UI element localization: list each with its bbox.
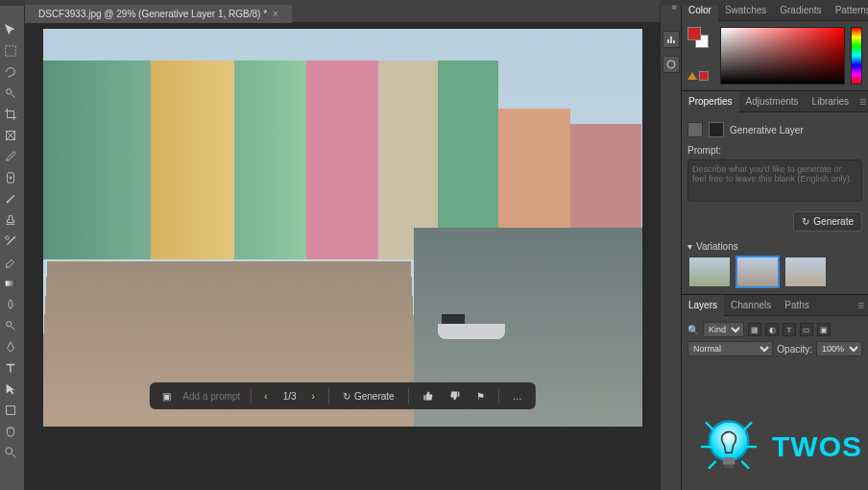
more-button[interactable]: … [509,389,526,404]
type-tool[interactable] [0,357,21,379]
layer-kind-icon [687,122,703,137]
tab-adjustments[interactable]: Adjustments [739,91,806,111]
canvas-image[interactable]: ▣ ‹ 1/3 › ↻ Generate ⚑ … [43,29,642,427]
separator [408,388,409,404]
gamut-warning[interactable] [687,71,714,81]
variation-thumb-1[interactable] [687,256,732,288]
foreground-swatch[interactable] [687,27,701,40]
opacity-label: Opacity: [777,344,812,355]
variation-counter: 1/3 [279,389,301,404]
zoom-tool[interactable] [0,442,21,463]
quick-select-tool[interactable] [0,83,21,104]
app-root: DSCF3933.jpg @ 29% (Generative Layer 1, … [0,0,868,490]
layers-panel-body: 🔍 Kind ▦ ◐ T ▭ ▣ Normal Opacity: 100% [682,316,868,362]
layer-type-label: Generative Layer [730,125,804,135]
scene-building [43,61,151,259]
properties-panel-body: Generative Layer Prompt: ↻ Generate ▾ Va… [682,112,868,294]
dodge-tool[interactable] [0,315,21,336]
prompt-input[interactable] [182,391,240,402]
chevron-down-icon: ▾ [687,241,692,252]
blend-mode-select[interactable]: Normal [687,341,773,356]
filter-type-icon[interactable]: T [783,323,796,336]
thumbs-down-button[interactable] [446,388,465,404]
lasso-tool[interactable] [0,61,21,83]
generative-context-bar: ▣ ‹ 1/3 › ↻ Generate ⚑ … [149,382,535,409]
color-swatch-column [687,27,714,81]
toolbar-left [0,0,25,490]
svg-point-1 [7,89,12,94]
document-tab-bar: DSCF3933.jpg @ 29% (Generative Layer 1, … [25,0,660,23]
generate-button-panel[interactable]: ↻ Generate [793,211,862,232]
stamp-tool[interactable] [0,209,21,231]
svg-point-6 [7,322,12,327]
variation-thumb-2[interactable] [735,256,780,288]
generate-label: Generate [813,216,854,227]
eyedropper-tool[interactable] [0,146,21,167]
history-brush-tool[interactable] [0,231,21,252]
prev-variation-button[interactable]: ‹ [260,389,271,404]
tab-libraries[interactable]: Libraries [806,91,856,111]
tab-paths[interactable]: Paths [778,295,816,315]
refresh-icon: ↻ [343,391,350,402]
move-tool[interactable] [0,19,21,40]
filter-shape-icon[interactable]: ▭ [800,323,813,336]
dock-icon-histogram[interactable] [663,31,680,48]
document-tab-close[interactable]: × [273,9,278,19]
panel-menu-button[interactable]: ≡ [854,299,868,312]
variations-header[interactable]: ▾ Variations [687,241,862,252]
opacity-select[interactable]: 100% [816,341,862,356]
svg-rect-5 [6,281,16,285]
filter-smart-icon[interactable]: ▣ [817,323,831,336]
generate-label: Generate [354,391,395,402]
foreground-background-swatch[interactable] [687,27,714,54]
watermark-text: TWOS [772,430,862,463]
color-panel-body [682,21,868,90]
scene-boat [438,324,505,339]
layer-filter-select[interactable]: Kind [703,322,744,337]
generate-button[interactable]: ↻ Generate [339,389,398,404]
next-variation-button[interactable]: › [308,389,319,404]
frame-tool[interactable] [0,125,21,146]
hand-tool[interactable] [0,421,21,442]
brush-tool[interactable] [0,188,21,209]
prompt-label-row: Prompt: [687,141,862,159]
tab-properties[interactable]: Properties [682,91,739,112]
variations-label: Variations [696,241,738,252]
watermark: TWOS [691,409,862,484]
thumbs-up-button[interactable] [419,388,438,404]
marquee-tool[interactable] [0,40,21,61]
color-field[interactable] [720,27,845,85]
canvas-area[interactable]: ▣ ‹ 1/3 › ↻ Generate ⚑ … [25,23,660,490]
variation-thumb-3[interactable] [784,256,828,288]
scene-building [234,61,306,259]
gradient-tool[interactable] [0,273,21,294]
layer-mask-icon [709,122,724,137]
pen-tool[interactable] [0,336,21,357]
svg-rect-11 [723,457,735,465]
dock-icon-info[interactable] [663,56,680,73]
path-select-tool[interactable] [0,379,21,400]
document-tab[interactable]: DSCF3933.jpg @ 29% (Generative Layer 1, … [25,5,292,23]
crop-tool[interactable] [0,104,21,125]
shape-tool[interactable] [0,400,21,421]
prompt-textarea[interactable] [687,159,862,202]
scene-building [151,61,234,259]
panel-menu-button[interactable]: ≡ [856,95,868,109]
layer-indicator-icon[interactable]: ▣ [158,389,175,404]
flag-button[interactable]: ⚑ [472,389,489,404]
tab-channels[interactable]: Channels [724,295,778,315]
document-area: DSCF3933.jpg @ 29% (Generative Layer 1, … [25,0,660,490]
filter-pixel-icon[interactable]: ▦ [748,323,761,336]
blur-tool[interactable] [0,294,21,315]
blend-opacity-row: Normal Opacity: 100% [687,341,862,356]
eraser-tool[interactable] [0,252,21,273]
hue-slider[interactable] [851,27,862,85]
svg-point-4 [6,236,10,240]
separator [328,388,329,404]
panel-collapse-handle[interactable]: » [670,5,681,11]
separator [250,388,251,404]
svg-rect-7 [7,406,15,415]
filter-adjust-icon[interactable]: ◐ [765,323,779,336]
healing-tool[interactable] [0,167,21,188]
tab-layers[interactable]: Layers [682,295,724,316]
